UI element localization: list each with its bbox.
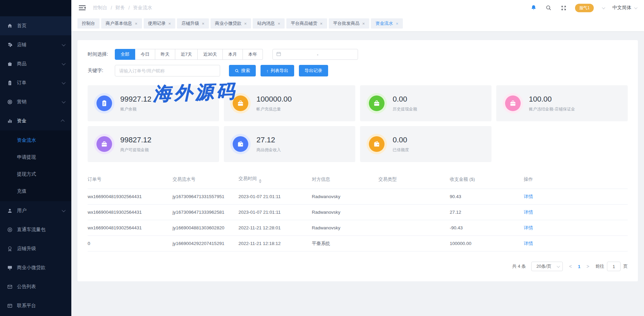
col-counterparty: 对方信息 — [312, 172, 378, 189]
sidebar-item-marketing[interactable]: 营销 — [0, 92, 71, 111]
stats-grid: 99927.12 账户余额 100000.00 帐户充值总量 0.00 历史提现… — [88, 85, 628, 162]
tab-label: 平台商品铺货 — [291, 20, 317, 27]
chevron-down-icon — [62, 62, 66, 65]
close-icon[interactable]: × — [135, 21, 138, 26]
tab-fund-flow[interactable]: 资金流水 × — [371, 18, 403, 29]
date-range-picker[interactable]: - — [272, 49, 358, 60]
sidebar-subitem-withdraw-method[interactable]: 提现方式 — [0, 166, 71, 183]
briefcase-icon — [96, 136, 112, 152]
sidebar-item-shop-upgrade[interactable]: 店铺升级 — [0, 239, 71, 258]
sidebar-item-label: 资金 — [17, 118, 26, 124]
export-records-button[interactable]: 导出记录 — [299, 65, 328, 76]
sidebar-subitem-fund-flow[interactable]: 资金流水 — [0, 132, 71, 149]
search-button[interactable]: 搜索 — [229, 65, 256, 76]
menu-collapse-icon[interactable] — [79, 5, 86, 11]
sort-carets-icon[interactable] — [259, 179, 262, 183]
tab-platform-distribution[interactable]: 平台商品铺货 × — [286, 18, 327, 29]
tab-usage-records[interactable]: 使用记录 × — [144, 18, 176, 29]
pagination: 共 4 条 20条/页 < 1 > 前往 页 — [88, 262, 628, 271]
sidebar-subitem-withdraw-apply[interactable]: 申请提现 — [0, 149, 71, 166]
stat-value: 0.00 — [393, 95, 417, 104]
clipboard-icon — [7, 80, 13, 86]
stat-value: 99827.12 — [120, 136, 151, 144]
topbar: 控制台 / 财务 / 资金流水 服气1 中文简体 — [71, 0, 644, 16]
goto-page-input[interactable] — [607, 262, 621, 271]
time-option-this-month[interactable]: 本月 — [223, 49, 243, 60]
close-icon[interactable]: × — [362, 21, 365, 26]
time-option-7days[interactable]: 近7天 — [175, 49, 198, 60]
close-icon[interactable]: × — [202, 21, 204, 26]
time-option-yesterday[interactable]: 昨天 — [155, 49, 175, 60]
tab-shop-upgrade[interactable]: 店铺升级 × — [177, 18, 209, 29]
sidebar-subitem-recharge[interactable]: 充值 — [0, 183, 71, 200]
close-icon[interactable]: × — [244, 21, 247, 26]
tab-micro-loan[interactable]: 商业小微贷款 × — [211, 18, 251, 29]
stat-card-withdrawable: 99827.12 商户可提现金额 — [88, 126, 219, 162]
sidebar-item-micro-loan[interactable]: 商业小微贷款 — [0, 258, 71, 277]
col-transaction-time[interactable]: 交易时间 — [238, 172, 312, 189]
sidebar-item-shop[interactable]: 店铺 — [0, 35, 71, 54]
close-icon[interactable]: × — [278, 21, 280, 26]
next-page-button[interactable]: > — [586, 264, 590, 269]
detail-link[interactable]: 详情 — [524, 210, 533, 215]
sidebar-item-funds[interactable]: 资金 — [0, 111, 71, 130]
time-filter-label: 时间选择: — [88, 51, 110, 57]
close-icon[interactable]: × — [396, 21, 398, 26]
col-transaction-no: 交易流水号 — [173, 172, 238, 189]
tab-console[interactable]: 控制台 — [77, 18, 100, 29]
breadcrumb-item[interactable]: 控制台 — [93, 5, 107, 11]
export-list-button[interactable]: ↑ 列表导出 — [261, 65, 294, 76]
close-icon[interactable]: × — [320, 21, 323, 26]
detail-link[interactable]: 详情 — [524, 225, 533, 230]
tab-platform-wholesale[interactable]: 平台批发商品 × — [329, 18, 370, 29]
tab-site-messages[interactable]: 站内消息 × — [253, 18, 285, 29]
chevron-down-icon — [62, 42, 66, 46]
bell-icon[interactable] — [530, 4, 537, 11]
cell-transaction-time: 2022-11-21 12:28:01 — [238, 220, 312, 236]
cell-order-no: 0 — [88, 236, 173, 251]
close-icon[interactable]: × — [168, 21, 171, 26]
table-row: wx1669004819302564431 jy1669004881303602… — [88, 220, 628, 236]
keyword-filter-row: 关键字: 搜索 ↑ 列表导出 导出记录 — [88, 65, 628, 76]
user-badge[interactable]: 服气1 — [575, 4, 594, 12]
time-option-all[interactable]: 全部 — [115, 49, 135, 60]
time-option-30days[interactable]: 近30天 — [198, 49, 222, 60]
sidebar-item-traffic-pack[interactable]: 直通车流量包 — [0, 220, 71, 239]
bag-icon — [7, 61, 13, 67]
briefcase-icon — [233, 95, 248, 111]
clipboard-icon — [96, 95, 112, 111]
tab-merchant-info[interactable]: 商户基本信息 × — [101, 18, 142, 29]
subitem-label: 申请提现 — [17, 154, 36, 160]
stat-card-withdraw-history: 0.00 历史提现金额 — [360, 85, 491, 121]
sidebar-item-goods[interactable]: 商品 — [0, 54, 71, 73]
briefcase-icon — [369, 95, 384, 111]
breadcrumb-item[interactable]: 财务 — [115, 5, 125, 11]
cell-transaction-no: jy1669004881303602820 — [173, 220, 238, 236]
chevron-down-icon[interactable] — [602, 6, 605, 9]
current-page[interactable]: 1 — [578, 264, 580, 269]
wheel-icon — [7, 99, 13, 105]
stat-label: 已借额度 — [393, 147, 409, 153]
sidebar-item-orders[interactable]: 订单 — [0, 73, 71, 92]
time-option-this-year[interactable]: 本年 — [243, 49, 263, 60]
fullscreen-icon[interactable] — [560, 4, 567, 11]
prev-page-button[interactable]: < — [568, 264, 572, 269]
keyword-input[interactable] — [115, 65, 220, 76]
sidebar-item-users[interactable]: 用户 — [0, 201, 71, 220]
sidebar-item-contact-platform[interactable]: 联系平台 — [0, 296, 71, 315]
sidebar-item-home[interactable]: 首页 — [0, 16, 71, 35]
fund-flow-panel: 海外源码 时间选择: 全部 今日 昨天 近7天 近30天 本月 本年 - 关键字… — [77, 40, 638, 281]
search-icon[interactable] — [545, 4, 552, 11]
sidebar-item-label: 公告列表 — [17, 284, 36, 290]
chevron-down-icon — [634, 6, 638, 9]
breadcrumb-item[interactable]: 资金流水 — [133, 5, 152, 11]
breadcrumb-separator: / — [128, 5, 130, 11]
detail-link[interactable]: 详情 — [524, 194, 533, 199]
time-option-today[interactable]: 今日 — [135, 49, 155, 60]
sidebar-item-label: 首页 — [17, 23, 26, 29]
detail-link[interactable]: 详情 — [524, 241, 533, 246]
language-selector[interactable]: 中文简体 — [612, 5, 637, 11]
chevron-down-icon — [62, 81, 66, 84]
page-size-select[interactable]: 20条/页 — [531, 262, 563, 271]
sidebar-item-announcements[interactable]: 公告列表 — [0, 277, 71, 296]
